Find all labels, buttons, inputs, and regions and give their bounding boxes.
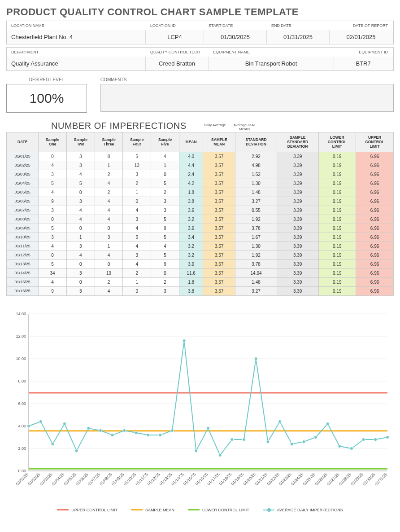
cell: 1.52 [235, 170, 277, 179]
svg-text:01/16/25: 01/16/25 [195, 472, 209, 486]
col-header: LOWERCONTROLLIMIT [318, 132, 356, 152]
svg-point-58 [99, 429, 102, 432]
svg-text:01/30/25: 01/30/25 [362, 472, 376, 486]
meta-label: EQUIPMENT ID [334, 48, 392, 57]
svg-text:01/05/25: 01/05/25 [63, 472, 77, 486]
svg-point-53 [39, 420, 42, 423]
cell: 2 [151, 188, 179, 197]
svg-text:01/25/25: 01/25/25 [302, 472, 317, 486]
svg-text:01/14/25: 01/14/25 [170, 472, 185, 486]
meta-value[interactable]: Quality Assurance [7, 57, 146, 70]
cell: 4.0 [179, 152, 203, 161]
cell: 0 [95, 259, 123, 268]
svg-point-60 [123, 429, 126, 432]
cell: 6.96 [356, 242, 394, 251]
comments-input[interactable] [100, 84, 394, 112]
svg-point-70 [243, 438, 246, 441]
comments-label: COMMENTS [100, 77, 394, 82]
meta-value[interactable]: 01/31/2025 [267, 30, 330, 44]
cell: 1.48 [235, 277, 277, 286]
cell: 4 [95, 251, 123, 259]
cell: 9 [151, 224, 179, 233]
cell: 3 [66, 242, 95, 251]
table-row: 01/15/25402121.83.571.483.390.196.96 [7, 277, 394, 286]
meta-label: START DATE [204, 21, 267, 30]
table-row: 01/14/25343192011.63.5714.643.390.196.96 [7, 268, 394, 277]
svg-point-52 [27, 424, 30, 427]
svg-point-66 [195, 449, 198, 452]
svg-point-79 [350, 447, 353, 450]
svg-point-56 [75, 449, 78, 452]
legend-item: SAMPLE MEAN [131, 508, 174, 512]
cell: 01/10/25 [7, 233, 39, 242]
col-header: SampleFour [123, 132, 151, 152]
cell: 4 [151, 242, 179, 251]
table-row: 01/10/25313553.43.571.673.390.196.96 [7, 233, 394, 242]
cell: 4 [123, 242, 151, 251]
table-row: 01/11/25431443.23.571.303.390.196.96 [7, 242, 394, 251]
cell: 5 [39, 224, 67, 233]
svg-text:01/12/25: 01/12/25 [147, 472, 161, 486]
comments-block: COMMENTS [100, 77, 394, 113]
meta-value[interactable]: 01/30/2025 [204, 30, 267, 44]
meta-value[interactable]: 02/01/2025 [330, 30, 392, 44]
svg-text:8.00: 8.00 [18, 379, 26, 383]
meta-value[interactable]: LCP4 [146, 30, 204, 44]
table-row: 01/03/25342302.43.571.523.390.196.96 [7, 170, 394, 179]
col-header: SampleTwo [66, 132, 95, 152]
cell: 4 [39, 277, 67, 286]
svg-point-67 [207, 426, 210, 430]
cell: 9 [151, 259, 179, 268]
cell: 3.2 [179, 215, 203, 224]
cell: 3 [66, 268, 95, 277]
cell: 3.78 [235, 259, 277, 268]
svg-point-72 [266, 440, 270, 443]
cell: 3.78 [235, 224, 277, 233]
svg-text:01/29/25: 01/29/25 [350, 472, 364, 486]
cell: 0.19 [318, 277, 356, 286]
cell: 3.57 [203, 197, 235, 206]
svg-text:01/26/25: 01/26/25 [314, 472, 328, 486]
cell: 1.92 [235, 251, 277, 259]
svg-point-68 [218, 453, 222, 457]
svg-text:01/20/25: 01/20/25 [242, 472, 257, 486]
cell: 19 [95, 268, 123, 277]
cell: 3.4 [179, 233, 203, 242]
cell: 0 [95, 224, 123, 233]
col-header: SampleThree [95, 132, 123, 152]
table-row: 01/08/25044353.23.571.923.390.196.96 [7, 215, 394, 224]
meta-value[interactable]: Bin Transport Robot [209, 57, 334, 70]
meta-value[interactable]: Creed Bratton [146, 57, 209, 70]
cell: 5 [39, 259, 67, 268]
cell: 3.57 [203, 188, 235, 197]
meta-label: LOCATION NAME [7, 21, 146, 30]
cell: 3 [123, 170, 151, 179]
cell: 0.19 [318, 152, 356, 161]
cell: 0.55 [235, 206, 277, 215]
cell: 0.19 [318, 251, 356, 259]
cell: 3.39 [277, 277, 318, 286]
cell: 4 [95, 206, 123, 215]
svg-text:4.00: 4.00 [18, 424, 26, 428]
cell: 0.19 [318, 233, 356, 242]
table-row: 01/02/254311314.43.574.983.390.196.96 [7, 161, 394, 170]
cell: 01/01/25 [7, 152, 39, 161]
svg-point-81 [374, 438, 377, 441]
svg-text:14.00: 14.00 [16, 312, 26, 316]
col-header: SAMPLESTANDARDDEVIATION [277, 132, 318, 152]
page-title: PRODUCT QUALITY CONTROL CHART SAMPLE TEM… [6, 6, 394, 18]
svg-text:01/06/25: 01/06/25 [75, 472, 89, 486]
cell: 2 [123, 268, 151, 277]
cell: 6.96 [356, 188, 394, 197]
meta-label: END DATE [267, 21, 330, 30]
cell: 3 [39, 233, 67, 242]
cell: 0.19 [318, 206, 356, 215]
cell: 3.57 [203, 251, 235, 259]
cell: 3.57 [203, 179, 235, 188]
meta-value[interactable]: Chesterfield Plant No. 4 [7, 30, 146, 44]
svg-text:10.00: 10.00 [16, 356, 26, 361]
cell: 4 [95, 286, 123, 295]
cell: 0.19 [318, 215, 356, 224]
meta-value[interactable]: BTR7 [334, 57, 392, 70]
table-row: 01/13/25500493.63.573.783.390.196.96 [7, 259, 394, 268]
